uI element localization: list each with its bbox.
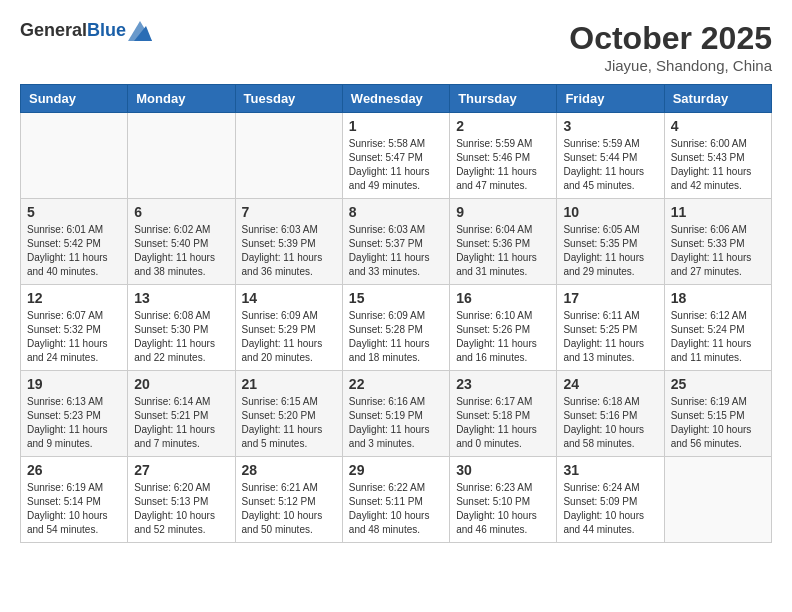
weekday-header: Sunday: [21, 85, 128, 113]
day-info: Sunrise: 6:21 AMSunset: 5:12 PMDaylight:…: [242, 481, 336, 537]
calendar-day: 28Sunrise: 6:21 AMSunset: 5:12 PMDayligh…: [235, 457, 342, 543]
day-number: 17: [563, 290, 657, 306]
day-number: 15: [349, 290, 443, 306]
week-row: 1Sunrise: 5:58 AMSunset: 5:47 PMDaylight…: [21, 113, 772, 199]
calendar-day: 4Sunrise: 6:00 AMSunset: 5:43 PMDaylight…: [664, 113, 771, 199]
calendar-day: 19Sunrise: 6:13 AMSunset: 5:23 PMDayligh…: [21, 371, 128, 457]
day-info: Sunrise: 6:09 AMSunset: 5:28 PMDaylight:…: [349, 309, 443, 365]
logo-blue: Blue: [87, 20, 126, 40]
calendar-day: 14Sunrise: 6:09 AMSunset: 5:29 PMDayligh…: [235, 285, 342, 371]
calendar-day: 27Sunrise: 6:20 AMSunset: 5:13 PMDayligh…: [128, 457, 235, 543]
calendar-day: 6Sunrise: 6:02 AMSunset: 5:40 PMDaylight…: [128, 199, 235, 285]
calendar-day: 16Sunrise: 6:10 AMSunset: 5:26 PMDayligh…: [450, 285, 557, 371]
week-row: 5Sunrise: 6:01 AMSunset: 5:42 PMDaylight…: [21, 199, 772, 285]
day-info: Sunrise: 6:11 AMSunset: 5:25 PMDaylight:…: [563, 309, 657, 365]
day-info: Sunrise: 6:13 AMSunset: 5:23 PMDaylight:…: [27, 395, 121, 451]
calendar-day: 9Sunrise: 6:04 AMSunset: 5:36 PMDaylight…: [450, 199, 557, 285]
calendar-day: 22Sunrise: 6:16 AMSunset: 5:19 PMDayligh…: [342, 371, 449, 457]
day-info: Sunrise: 6:10 AMSunset: 5:26 PMDaylight:…: [456, 309, 550, 365]
day-number: 31: [563, 462, 657, 478]
day-info: Sunrise: 6:15 AMSunset: 5:20 PMDaylight:…: [242, 395, 336, 451]
calendar-day: 10Sunrise: 6:05 AMSunset: 5:35 PMDayligh…: [557, 199, 664, 285]
calendar-day: 18Sunrise: 6:12 AMSunset: 5:24 PMDayligh…: [664, 285, 771, 371]
calendar-day-empty: [664, 457, 771, 543]
day-info: Sunrise: 6:06 AMSunset: 5:33 PMDaylight:…: [671, 223, 765, 279]
calendar-day: 1Sunrise: 5:58 AMSunset: 5:47 PMDaylight…: [342, 113, 449, 199]
day-number: 11: [671, 204, 765, 220]
weekday-header: Friday: [557, 85, 664, 113]
calendar-day: 26Sunrise: 6:19 AMSunset: 5:14 PMDayligh…: [21, 457, 128, 543]
calendar-day: 20Sunrise: 6:14 AMSunset: 5:21 PMDayligh…: [128, 371, 235, 457]
day-number: 3: [563, 118, 657, 134]
calendar-table: SundayMondayTuesdayWednesdayThursdayFrid…: [20, 84, 772, 543]
calendar-day: 12Sunrise: 6:07 AMSunset: 5:32 PMDayligh…: [21, 285, 128, 371]
day-number: 8: [349, 204, 443, 220]
day-number: 4: [671, 118, 765, 134]
weekday-header: Thursday: [450, 85, 557, 113]
weekday-header-row: SundayMondayTuesdayWednesdayThursdayFrid…: [21, 85, 772, 113]
day-number: 7: [242, 204, 336, 220]
day-number: 22: [349, 376, 443, 392]
day-number: 2: [456, 118, 550, 134]
weekday-header: Wednesday: [342, 85, 449, 113]
day-info: Sunrise: 6:05 AMSunset: 5:35 PMDaylight:…: [563, 223, 657, 279]
day-number: 23: [456, 376, 550, 392]
day-number: 24: [563, 376, 657, 392]
day-number: 27: [134, 462, 228, 478]
day-number: 26: [27, 462, 121, 478]
calendar-day: 8Sunrise: 6:03 AMSunset: 5:37 PMDaylight…: [342, 199, 449, 285]
week-row: 19Sunrise: 6:13 AMSunset: 5:23 PMDayligh…: [21, 371, 772, 457]
calendar-day: 2Sunrise: 5:59 AMSunset: 5:46 PMDaylight…: [450, 113, 557, 199]
day-number: 19: [27, 376, 121, 392]
day-number: 9: [456, 204, 550, 220]
calendar-day: 17Sunrise: 6:11 AMSunset: 5:25 PMDayligh…: [557, 285, 664, 371]
calendar-day: 11Sunrise: 6:06 AMSunset: 5:33 PMDayligh…: [664, 199, 771, 285]
day-number: 5: [27, 204, 121, 220]
day-number: 6: [134, 204, 228, 220]
day-info: Sunrise: 6:19 AMSunset: 5:15 PMDaylight:…: [671, 395, 765, 451]
location: Jiayue, Shandong, China: [569, 57, 772, 74]
day-info: Sunrise: 6:19 AMSunset: 5:14 PMDaylight:…: [27, 481, 121, 537]
calendar-day: 5Sunrise: 6:01 AMSunset: 5:42 PMDaylight…: [21, 199, 128, 285]
title-block: October 2025 Jiayue, Shandong, China: [569, 20, 772, 74]
calendar-day: 31Sunrise: 6:24 AMSunset: 5:09 PMDayligh…: [557, 457, 664, 543]
day-info: Sunrise: 6:02 AMSunset: 5:40 PMDaylight:…: [134, 223, 228, 279]
month-title: October 2025: [569, 20, 772, 57]
day-info: Sunrise: 6:22 AMSunset: 5:11 PMDaylight:…: [349, 481, 443, 537]
day-info: Sunrise: 6:20 AMSunset: 5:13 PMDaylight:…: [134, 481, 228, 537]
day-info: Sunrise: 6:23 AMSunset: 5:10 PMDaylight:…: [456, 481, 550, 537]
day-info: Sunrise: 6:17 AMSunset: 5:18 PMDaylight:…: [456, 395, 550, 451]
page-header: GeneralBlue October 2025 Jiayue, Shandon…: [20, 20, 772, 74]
day-number: 18: [671, 290, 765, 306]
calendar-day: 30Sunrise: 6:23 AMSunset: 5:10 PMDayligh…: [450, 457, 557, 543]
weekday-header: Monday: [128, 85, 235, 113]
calendar-day: 24Sunrise: 6:18 AMSunset: 5:16 PMDayligh…: [557, 371, 664, 457]
day-info: Sunrise: 6:03 AMSunset: 5:39 PMDaylight:…: [242, 223, 336, 279]
logo-general: General: [20, 20, 87, 40]
day-info: Sunrise: 6:07 AMSunset: 5:32 PMDaylight:…: [27, 309, 121, 365]
day-info: Sunrise: 6:04 AMSunset: 5:36 PMDaylight:…: [456, 223, 550, 279]
day-info: Sunrise: 5:58 AMSunset: 5:47 PMDaylight:…: [349, 137, 443, 193]
calendar-day: 29Sunrise: 6:22 AMSunset: 5:11 PMDayligh…: [342, 457, 449, 543]
day-number: 13: [134, 290, 228, 306]
calendar-day: 23Sunrise: 6:17 AMSunset: 5:18 PMDayligh…: [450, 371, 557, 457]
day-info: Sunrise: 6:18 AMSunset: 5:16 PMDaylight:…: [563, 395, 657, 451]
calendar-day-empty: [235, 113, 342, 199]
day-info: Sunrise: 6:09 AMSunset: 5:29 PMDaylight:…: [242, 309, 336, 365]
calendar-day-empty: [21, 113, 128, 199]
logo: GeneralBlue: [20, 20, 152, 41]
day-info: Sunrise: 6:14 AMSunset: 5:21 PMDaylight:…: [134, 395, 228, 451]
day-info: Sunrise: 6:12 AMSunset: 5:24 PMDaylight:…: [671, 309, 765, 365]
day-info: Sunrise: 6:00 AMSunset: 5:43 PMDaylight:…: [671, 137, 765, 193]
day-number: 10: [563, 204, 657, 220]
calendar-day: 3Sunrise: 5:59 AMSunset: 5:44 PMDaylight…: [557, 113, 664, 199]
day-number: 1: [349, 118, 443, 134]
week-row: 12Sunrise: 6:07 AMSunset: 5:32 PMDayligh…: [21, 285, 772, 371]
calendar-day: 25Sunrise: 6:19 AMSunset: 5:15 PMDayligh…: [664, 371, 771, 457]
day-number: 16: [456, 290, 550, 306]
day-info: Sunrise: 6:08 AMSunset: 5:30 PMDaylight:…: [134, 309, 228, 365]
day-info: Sunrise: 6:16 AMSunset: 5:19 PMDaylight:…: [349, 395, 443, 451]
calendar-day: 15Sunrise: 6:09 AMSunset: 5:28 PMDayligh…: [342, 285, 449, 371]
calendar-day: 7Sunrise: 6:03 AMSunset: 5:39 PMDaylight…: [235, 199, 342, 285]
calendar-day: 13Sunrise: 6:08 AMSunset: 5:30 PMDayligh…: [128, 285, 235, 371]
